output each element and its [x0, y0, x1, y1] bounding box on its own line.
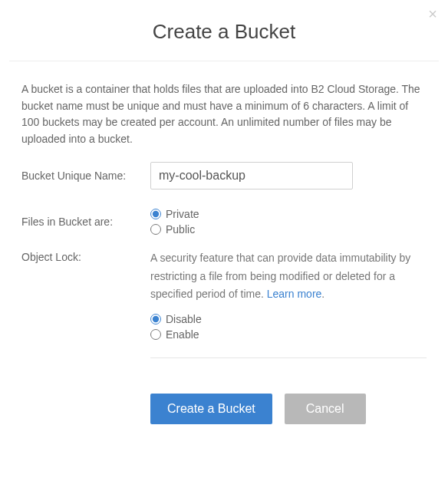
object-lock-enable-radio[interactable] — [150, 329, 161, 340]
visibility-public-label: Public — [166, 223, 195, 236]
object-lock-enable-option[interactable]: Enable — [150, 328, 427, 341]
dialog-title: Create a Bucket — [0, 20, 448, 44]
object-lock-label: Object Lock: — [21, 249, 150, 263]
object-lock-description: A security feature that can provide data… — [150, 249, 427, 304]
visibility-public-radio[interactable] — [150, 224, 161, 235]
visibility-label: Files in Bucket are: — [21, 208, 150, 228]
visibility-public-option[interactable]: Public — [150, 223, 427, 236]
visibility-private-label: Private — [166, 208, 199, 220]
visibility-private-radio[interactable] — [150, 209, 161, 219]
object-lock-disable-label: Disable — [166, 313, 202, 325]
object-lock-enable-label: Enable — [166, 328, 199, 341]
object-lock-disable-radio[interactable] — [150, 314, 161, 325]
create-bucket-button[interactable]: Create a Bucket — [150, 394, 272, 424]
object-lock-disable-option[interactable]: Disable — [150, 313, 427, 325]
cancel-button[interactable]: Cancel — [285, 394, 366, 424]
learn-more-link[interactable]: Learn more — [267, 288, 322, 300]
bucket-name-label: Bucket Unique Name: — [21, 170, 150, 182]
visibility-private-option[interactable]: Private — [150, 208, 427, 220]
intro-text: A bucket is a container that holds files… — [21, 81, 427, 148]
close-icon[interactable]: × — [428, 6, 437, 21]
divider — [150, 357, 427, 358]
bucket-name-input[interactable] — [150, 162, 353, 189]
divider — [9, 61, 439, 61]
